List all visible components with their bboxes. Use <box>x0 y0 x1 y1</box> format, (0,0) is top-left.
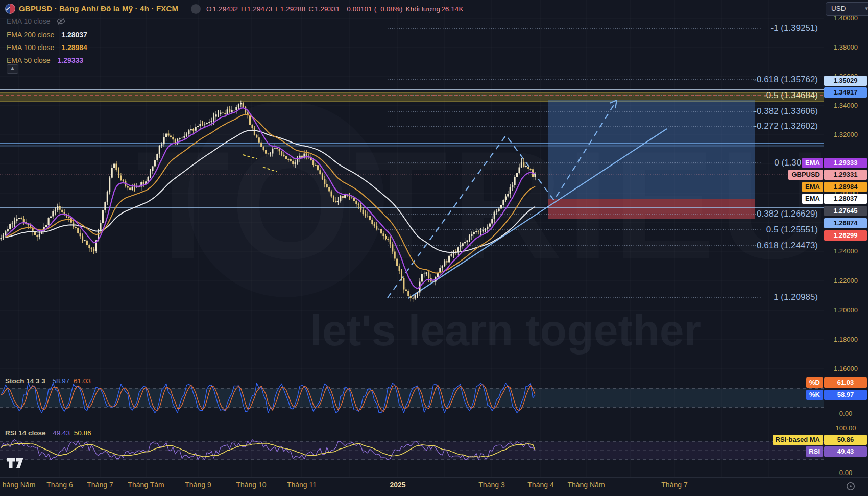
ohlc-segment: 1.29331 <box>315 5 340 13</box>
percent-d-badge-label: %D <box>806 377 823 388</box>
gbpusd-price-badge: 1.29331 <box>824 170 867 180</box>
ema-price-badge: 1.29333 <box>824 158 867 168</box>
eye-off-icon[interactable] <box>57 18 65 27</box>
tradingview-logo[interactable] <box>7 458 24 470</box>
ohlc-segment: Khối lượng <box>404 5 441 13</box>
fib-level-label: -0.382 (1.33606) <box>754 106 818 116</box>
price-scale-label[interactable]: 1.22000 <box>824 277 868 285</box>
gbpusd-badge-label: GBPUSD <box>788 170 823 180</box>
ema200-label: EMA 200 close <box>7 31 54 39</box>
time-axis-label[interactable]: Tháng 7 <box>641 481 708 489</box>
price-scale-label[interactable]: 1.20000 <box>824 306 868 314</box>
rsi-title: RSI 14 close <box>5 429 46 437</box>
ohlc-segment: C <box>306 5 314 13</box>
price-scale-label[interactable]: 0.00 <box>824 410 868 418</box>
fib-level-label: 0.5 (1.25551) <box>766 225 818 235</box>
price-scale-label[interactable]: 1.18000 <box>824 336 868 344</box>
legend-row-ema200[interactable]: EMA 200 close 1.28037 <box>7 31 87 40</box>
price-scale-label[interactable]: 1.34000 <box>824 102 868 110</box>
1-35029-price-badge: 1.35029 <box>824 76 867 86</box>
chart-canvas[interactable]: TOTRIEUlet's learn together <box>0 0 868 496</box>
fib-level-label: 0.382 (1.26629) <box>757 209 818 219</box>
ema50-label: EMA 50 close <box>7 56 51 64</box>
1-34917-price-badge: 1.34917 <box>824 87 867 98</box>
symbol-title[interactable]: GBPUSD · Bảng Anh/ Đô la Mỹ · 4h · FXCM <box>19 4 178 13</box>
1-26874-price-badge: 1.26874 <box>824 218 867 228</box>
price-scale-label[interactable]: 0.00 <box>824 469 868 477</box>
fib-level-label: -0.5 (1.34684) <box>763 90 818 101</box>
tradingview-chart-window: TOTRIEUlet's learn together GBPUSD · Bản… <box>0 0 868 496</box>
price-scale-label[interactable]: 1.32000 <box>824 131 868 139</box>
rsi-value: 49.43 <box>53 429 70 437</box>
percent-k-price-badge: 58.97 <box>824 390 867 400</box>
time-axis-label[interactable]: Tháng 11 <box>269 481 335 489</box>
currency-dropdown[interactable]: USD ▾ <box>826 2 868 16</box>
rsi-price-badge: 49.43 <box>824 446 867 457</box>
fib-level-label: -0.272 (1.32602) <box>754 121 818 131</box>
ohlc-segment: 1.29432 <box>213 5 238 13</box>
ema-price-badge: 1.28984 <box>824 182 867 192</box>
percent-d-price-badge: 61.03 <box>824 377 867 388</box>
ema10-label: EMA 10 close <box>7 17 51 26</box>
chevron-down-icon: ▾ <box>865 3 868 14</box>
ema-badge-label: EMA <box>802 182 823 192</box>
symbol-flag-icon <box>5 4 15 14</box>
ohlc-segment: L <box>273 5 279 13</box>
ema50-value: 1.29333 <box>58 56 84 64</box>
ema200-value: 1.28037 <box>61 31 87 39</box>
ohlc-segment: H <box>239 5 246 13</box>
fib-level-label: 1 (1.20985) <box>774 292 818 302</box>
ema-badge-label: EMA <box>802 194 823 204</box>
watermark-tagline: let's learn together <box>310 305 701 355</box>
timezone-settings-icon[interactable] <box>845 480 858 492</box>
fib-level-label: -0.618 (1.35762) <box>754 75 818 85</box>
time-axis-label[interactable]: Tháng Năm <box>553 481 619 489</box>
1-27645-price-badge: 1.27645 <box>824 206 867 216</box>
rsi-badge-label: RSI <box>806 446 823 457</box>
collapse-symbol-button[interactable]: – <box>191 4 201 14</box>
percent-k-badge-label: %K <box>806 390 823 400</box>
ema100-value: 1.28984 <box>61 43 87 52</box>
ema-price-badge: 1.28037 <box>824 194 867 204</box>
stoch-d-value: 61.03 <box>74 377 91 385</box>
ema-badge-label: EMA <box>802 158 823 168</box>
rsi-based-ma-price-badge: 50.86 <box>824 435 867 445</box>
time-axis-label[interactable]: 2025 <box>365 481 431 489</box>
price-scale-label[interactable]: 1.24000 <box>824 247 868 255</box>
rsi-legend[interactable]: RSI 14 close 49.43 50.86 <box>5 429 91 437</box>
ohlc-segment: 1.29473 <box>247 5 273 13</box>
currency-label: USD <box>831 5 846 12</box>
ohlc-segment: 1.29288 <box>280 5 306 13</box>
stoch-title: Stoch 14 3 3 <box>5 377 45 385</box>
legend-collapse-button[interactable]: ▲ <box>7 64 18 74</box>
ohlc-segment: −0.00101 (−0.08%) <box>341 5 402 13</box>
stoch-legend[interactable]: Stoch 14 3 3 58.97 61.03 <box>5 377 91 385</box>
legend-row-ema50[interactable]: EMA 50 close 1.29333 <box>7 56 83 65</box>
price-scale-label[interactable]: 100.00 <box>824 424 868 432</box>
rsi-based-ma-badge-label: RSI-based MA <box>773 435 823 445</box>
ohlc-segment: O <box>206 5 212 13</box>
ohlc-segment: 26.14K <box>441 5 463 13</box>
legend-row-ema10[interactable]: EMA 10 close <box>7 17 65 27</box>
stoch-k-value: 58.97 <box>53 377 70 385</box>
rsi-ma-value: 50.86 <box>74 429 91 437</box>
1-26299-price-badge: 1.26299 <box>824 230 867 241</box>
ohlc-values: O1.29432 H1.29473 L1.29288 C1.29331 −0.0… <box>206 5 465 13</box>
fib-level-label: 0.618 (1.24473) <box>757 241 818 251</box>
fib-level-label: -1 (1.39251) <box>770 23 818 33</box>
price-scale-label[interactable]: 1.16000 <box>824 365 868 373</box>
price-scale-label[interactable]: 1.38000 <box>824 43 868 52</box>
ema100-label: EMA 100 close <box>7 43 54 52</box>
legend-row-ema100[interactable]: EMA 100 close 1.28984 <box>7 43 87 53</box>
